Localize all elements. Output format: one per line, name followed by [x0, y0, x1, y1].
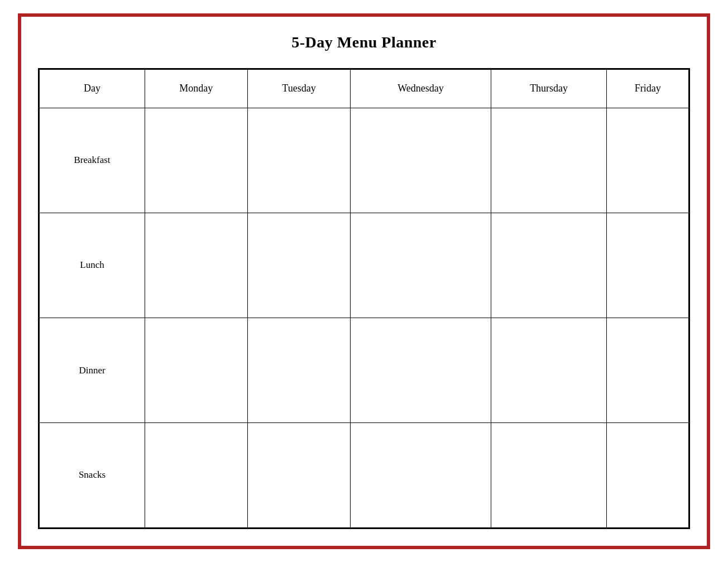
- cell-lunch-monday[interactable]: [145, 213, 248, 318]
- cell-snacks-monday[interactable]: [145, 423, 248, 528]
- cell-breakfast-tuesday[interactable]: [247, 108, 351, 213]
- cell-breakfast-thursday[interactable]: [491, 108, 607, 213]
- col-header-friday: Friday: [607, 69, 689, 108]
- cell-lunch-friday[interactable]: [607, 213, 689, 318]
- cell-lunch-tuesday[interactable]: [247, 213, 351, 318]
- meal-label-snacks: Snacks: [39, 423, 145, 528]
- planner-table: Day Monday Tuesday Wednesday Thursday Fr…: [38, 68, 690, 529]
- cell-breakfast-monday[interactable]: [145, 108, 248, 213]
- col-header-wednesday: Wednesday: [351, 69, 491, 108]
- col-header-monday: Monday: [145, 69, 248, 108]
- row-breakfast: Breakfast: [39, 108, 689, 213]
- cell-snacks-wednesday[interactable]: [351, 423, 491, 528]
- cell-lunch-thursday[interactable]: [491, 213, 607, 318]
- page-title: 5-Day Menu Planner: [291, 33, 436, 51]
- col-header-thursday: Thursday: [491, 69, 607, 108]
- meal-label-breakfast: Breakfast: [39, 108, 145, 213]
- cell-dinner-tuesday[interactable]: [247, 318, 351, 423]
- cell-dinner-thursday[interactable]: [491, 318, 607, 423]
- meal-label-lunch: Lunch: [39, 213, 145, 318]
- page-wrapper: 5-Day Menu Planner Day Monday Tuesday We…: [18, 13, 710, 549]
- cell-lunch-wednesday[interactable]: [351, 213, 491, 318]
- col-header-tuesday: Tuesday: [247, 69, 351, 108]
- cell-dinner-wednesday[interactable]: [351, 318, 491, 423]
- header-row: Day Monday Tuesday Wednesday Thursday Fr…: [39, 69, 689, 108]
- row-dinner: Dinner: [39, 318, 689, 423]
- cell-dinner-monday[interactable]: [145, 318, 248, 423]
- cell-snacks-thursday[interactable]: [491, 423, 607, 528]
- row-lunch: Lunch: [39, 213, 689, 318]
- col-header-day: Day: [39, 69, 145, 108]
- meal-label-dinner: Dinner: [39, 318, 145, 423]
- cell-dinner-friday[interactable]: [607, 318, 689, 423]
- cell-snacks-friday[interactable]: [607, 423, 689, 528]
- row-snacks: Snacks: [39, 423, 689, 528]
- cell-breakfast-wednesday[interactable]: [351, 108, 491, 213]
- cell-snacks-tuesday[interactable]: [247, 423, 351, 528]
- cell-breakfast-friday[interactable]: [607, 108, 689, 213]
